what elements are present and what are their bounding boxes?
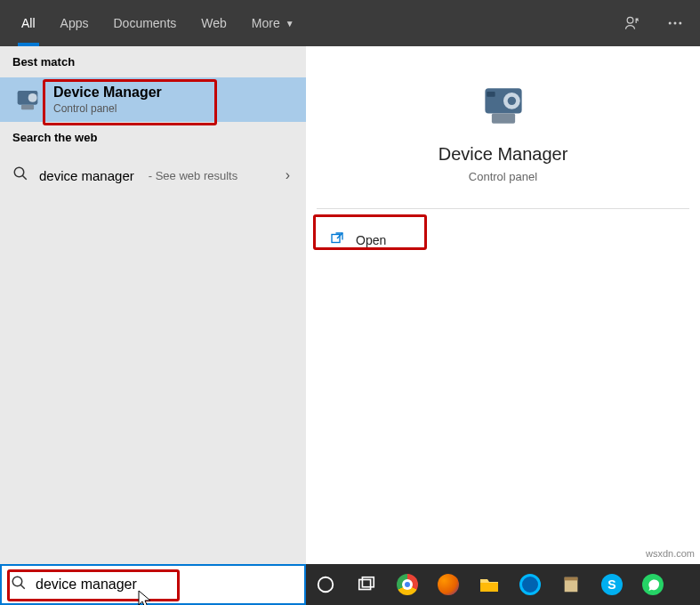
more-options-icon[interactable] <box>666 14 684 32</box>
result-device-manager[interactable]: Device Manager Control panel <box>0 77 306 122</box>
taskbar: S <box>306 564 700 605</box>
svg-point-1 <box>669 22 672 25</box>
search-filter-tabs: All Apps Documents Web More ▼ <box>0 0 700 46</box>
taskbar-whatsapp[interactable] <box>640 572 665 597</box>
chevron-down-icon: ▼ <box>286 19 294 28</box>
taskbar-chrome[interactable] <box>395 572 420 597</box>
svg-rect-22 <box>565 577 578 581</box>
svg-point-17 <box>318 577 334 593</box>
svg-line-16 <box>20 585 25 589</box>
search-input[interactable] <box>36 577 295 593</box>
tab-more[interactable]: More ▼ <box>239 0 307 46</box>
web-query-text: device manager <box>39 168 134 183</box>
watermark: wsxdn.com <box>646 548 695 559</box>
feedback-icon[interactable] <box>624 14 641 32</box>
web-hint-text: - See web results <box>149 169 237 182</box>
taskbar-cortana[interactable] <box>313 572 338 597</box>
tab-more-label: More <box>252 16 280 30</box>
svg-point-3 <box>679 22 681 25</box>
chevron-right-icon: › <box>286 167 290 183</box>
svg-line-8 <box>22 175 27 180</box>
section-search-web: Search the web <box>0 122 306 153</box>
web-result-row[interactable]: device manager - See web results › <box>0 153 306 198</box>
results-panel: Best match Device Manager Control panel … <box>0 46 306 564</box>
tab-apps[interactable]: Apps <box>48 0 101 46</box>
svg-rect-12 <box>491 113 514 123</box>
search-icon <box>12 165 28 185</box>
svg-point-2 <box>674 22 677 25</box>
search-icon <box>11 575 27 594</box>
result-subtitle: Control panel <box>53 102 162 115</box>
svg-rect-14 <box>332 235 340 243</box>
svg-rect-13 <box>487 92 495 97</box>
taskbar-task-view[interactable] <box>354 572 379 597</box>
section-best-match: Best match <box>0 46 306 77</box>
open-action[interactable]: Open <box>317 222 689 258</box>
svg-rect-20 <box>480 583 498 592</box>
tab-web[interactable]: Web <box>189 0 239 46</box>
device-manager-icon <box>12 85 43 115</box>
svg-point-7 <box>14 167 24 177</box>
svg-point-5 <box>28 93 37 102</box>
taskbar-skype[interactable]: S <box>599 572 624 597</box>
svg-point-11 <box>507 97 515 105</box>
open-icon <box>329 230 345 249</box>
preview-panel: Device Manager Control panel Open <box>306 46 700 564</box>
svg-rect-6 <box>21 105 34 110</box>
mouse-cursor-icon <box>137 589 153 605</box>
svg-point-0 <box>627 17 633 23</box>
preview-title: Device Manager <box>439 144 568 165</box>
svg-rect-19 <box>362 577 374 587</box>
taskbar-groove[interactable] <box>518 572 543 597</box>
open-label: Open <box>356 233 386 247</box>
preview-subtitle: Control panel <box>469 170 537 183</box>
svg-rect-18 <box>359 580 371 590</box>
search-box[interactable] <box>0 564 306 605</box>
preview-icon <box>477 78 530 135</box>
taskbar-notes[interactable] <box>559 572 583 597</box>
tab-all[interactable]: All <box>9 0 48 46</box>
result-title: Device Manager <box>53 85 162 101</box>
taskbar-file-explorer[interactable] <box>477 572 502 597</box>
tab-documents[interactable]: Documents <box>101 0 189 46</box>
taskbar-firefox[interactable] <box>436 572 461 597</box>
svg-point-15 <box>12 577 22 586</box>
